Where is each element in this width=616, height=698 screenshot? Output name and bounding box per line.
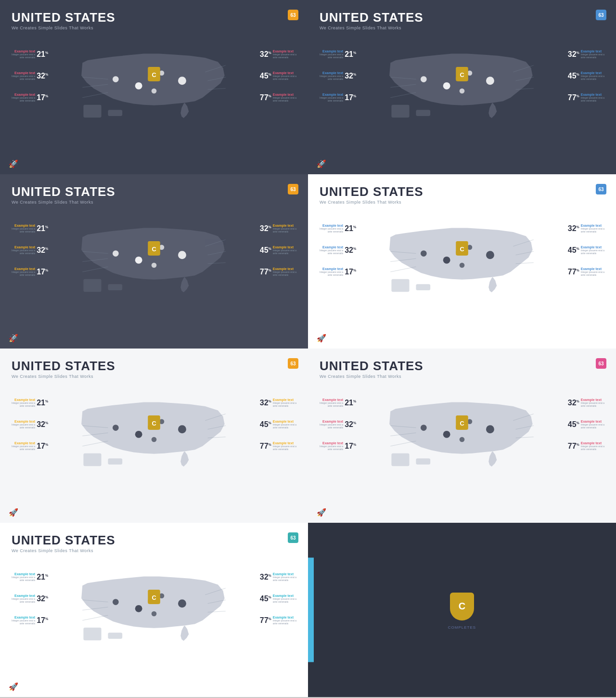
stat-label: Example text: [320, 50, 343, 53]
svg-line-12: [82, 92, 108, 98]
stat-right-2: 77% Example text Integer posuere erat aa…: [260, 93, 296, 103]
stat-left-2: Example text Integer posuere erat aante …: [320, 267, 356, 277]
stat-desc: Integer posuere erat aante venenatis: [12, 423, 35, 429]
stat-text-left-0: Example text Integer posuere erat aante …: [320, 224, 343, 233]
stat-text-left-1: Example text Integer posuere erat aante …: [12, 594, 35, 604]
stat-value: 17%: [37, 442, 48, 451]
stat-left-0: Example text Integer posuere erat aante …: [12, 398, 48, 408]
slide-subtitle: We Creates Simple Slides That Works: [12, 374, 296, 379]
stat-value: 21%: [345, 399, 356, 407]
stat-label: Example text: [273, 398, 296, 401]
svg-point-85: [486, 425, 494, 433]
stat-right-0: 32% Example text Integer posuere erat aa…: [260, 224, 296, 233]
stat-text-left-2: Example text Integer posuere erat aante …: [12, 93, 35, 103]
usa-map: C: [72, 41, 236, 125]
map-area: Example text Integer posuere erat aante …: [12, 209, 296, 306]
stat-desc: Integer posuere erat aante venenatis: [581, 401, 604, 408]
slide-title: UNITED STATES: [12, 533, 296, 547]
stat-desc: Integer posuere erat aante venenatis: [12, 75, 35, 81]
stat-desc: Integer posuere erat aante venenatis: [273, 75, 296, 81]
stat-left-2: Example text Integer posuere erat aante …: [12, 441, 48, 451]
slide-1: 63 UNITED STATES We Creates Simple Slide…: [0, 0, 308, 174]
stat-value: 77%: [260, 442, 271, 451]
svg-line-76: [82, 441, 108, 446]
stat-label: Example text: [273, 246, 296, 249]
map-area: Example text Integer posuere erat aante …: [12, 35, 296, 131]
slide-subtitle: We Creates Simple Slides That Works: [320, 200, 604, 205]
stat-text-right-1: Example text Integer posuere erat aante …: [273, 246, 296, 255]
map-area: Example text Integer posuere erat aante …: [320, 35, 604, 131]
stat-value: 77%: [568, 93, 579, 102]
stat-text-right-0: Example text Integer posuere erat aante …: [581, 50, 604, 59]
stat-text-left-2: Example text Integer posuere erat aante …: [12, 267, 35, 277]
svg-line-28: [390, 92, 416, 98]
slide-title: UNITED STATES: [320, 359, 604, 373]
svg-point-51: [443, 256, 450, 263]
stat-value: 17%: [345, 442, 356, 451]
stat-desc: Integer posuere erat aante venenatis: [273, 576, 296, 582]
svg-point-82: [421, 425, 427, 431]
rocket-icon: 🚀: [317, 159, 326, 168]
slide-badge: 63: [596, 184, 606, 194]
stat-value: 45%: [260, 72, 271, 80]
stat-value: 77%: [260, 616, 271, 625]
stat-text-right-2: Example text Integer posuere erat aante …: [581, 267, 604, 277]
slide-3: 63 UNITED STATES We Creates Simple Slide…: [0, 174, 308, 349]
stat-desc: Integer posuere erat aante venenatis: [273, 271, 296, 277]
stat-label: Example text: [273, 93, 296, 96]
slide-title: UNITED STATES: [320, 185, 604, 199]
usa-map: C: [72, 564, 236, 648]
stat-value: 17%: [37, 616, 48, 625]
stat-value: 21%: [37, 50, 48, 59]
stat-label: Example text: [581, 246, 604, 249]
stat-desc: Integer posuere erat aante venenatis: [320, 53, 343, 59]
stat-value: 45%: [260, 595, 271, 603]
stat-value: 32%: [260, 399, 271, 407]
stats-map-container: Example text Integer posuere erat aante …: [12, 209, 296, 306]
stat-right-1: 45% Example text Integer posuere erat aa…: [568, 246, 604, 255]
svg-point-35: [135, 256, 142, 263]
stat-desc: Integer posuere erat aante venenatis: [12, 53, 35, 59]
stat-desc: Integer posuere erat aante venenatis: [320, 445, 343, 451]
rocket-icon: 🚀: [9, 682, 18, 691]
stat-value: 32%: [345, 72, 356, 80]
stat-left-0: Example text Integer posuere erat aante …: [320, 50, 356, 59]
stat-value: 45%: [260, 246, 271, 255]
slide-title: UNITED STATES: [12, 359, 296, 373]
stat-label: Example text: [320, 224, 343, 227]
stats-map-container: Example text Integer posuere erat aante …: [12, 384, 296, 480]
stat-text-left-2: Example text Integer posuere erat aante …: [12, 616, 35, 625]
slide-subtitle: We Creates Simple Slides That Works: [320, 374, 604, 379]
stat-desc: Integer posuere erat aante venenatis: [581, 75, 604, 81]
stat-text-left-1: Example text Integer posuere erat aante …: [12, 246, 35, 255]
stat-label: Example text: [12, 267, 35, 271]
svg-line-92: [390, 441, 416, 446]
stat-label: Example text: [581, 420, 604, 423]
stat-label: Example text: [581, 71, 604, 75]
map-area: Example text Integer posuere erat aante …: [320, 209, 604, 306]
svg-point-18: [421, 76, 427, 82]
stat-left-0: Example text Integer posuere erat aante …: [320, 398, 356, 408]
stat-text-left-2: Example text Integer posuere erat aante …: [320, 441, 343, 451]
stat-label: Example text: [12, 420, 35, 423]
svg-rect-48: [391, 279, 409, 292]
stat-text-left-2: Example text Integer posuere erat aante …: [320, 93, 343, 103]
stat-value: 32%: [345, 246, 356, 255]
stat-value: 17%: [37, 268, 48, 276]
slide-2: 63 UNITED STATES We Creates Simple Slide…: [308, 0, 616, 174]
stats-map-container: Example text Integer posuere erat aante …: [12, 558, 296, 654]
stat-left-1: Example text Integer posuere erat aante …: [12, 594, 48, 604]
stat-value: 32%: [37, 72, 48, 80]
stat-text-left-2: Example text Integer posuere erat aante …: [12, 441, 35, 451]
stat-value: 32%: [37, 246, 48, 255]
stat-label: Example text: [12, 594, 35, 597]
stat-text-left-1: Example text Integer posuere erat aante …: [320, 71, 343, 81]
stat-label: Example text: [273, 224, 296, 227]
stat-value: 32%: [37, 420, 48, 429]
rocket-icon: 🚀: [317, 334, 326, 343]
preview-content: C COMPLETES: [448, 533, 476, 688]
stat-right-0: 32% Example text Integer posuere erat aa…: [568, 50, 604, 59]
usa-map: C: [72, 215, 236, 299]
stat-label: Example text: [273, 594, 296, 597]
slide-title: UNITED STATES: [12, 11, 296, 25]
